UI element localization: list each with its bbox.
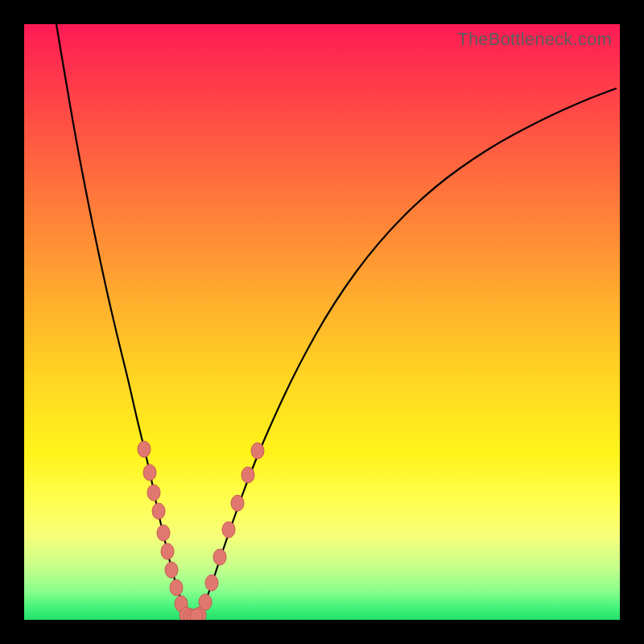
bead — [138, 441, 151, 457]
bead — [199, 594, 212, 610]
chart-frame: TheBottleneck.com — [24, 24, 620, 620]
bead — [170, 580, 183, 596]
bead — [165, 562, 178, 578]
bottleneck-plot — [24, 24, 620, 620]
watermark-text: TheBottleneck.com — [457, 29, 612, 50]
bead — [161, 543, 174, 559]
beads-middle — [184, 609, 203, 620]
bead — [147, 485, 160, 501]
bead — [242, 467, 254, 483]
bead — [143, 464, 156, 481]
bead — [231, 495, 244, 511]
bead — [213, 549, 226, 565]
bead — [251, 443, 264, 459]
bead — [152, 503, 165, 519]
curve-right — [200, 89, 616, 616]
bead — [205, 575, 218, 591]
bead — [190, 609, 203, 620]
bead — [157, 525, 170, 541]
bead — [222, 522, 235, 538]
beads-left — [138, 441, 192, 620]
beads-right — [193, 443, 264, 620]
